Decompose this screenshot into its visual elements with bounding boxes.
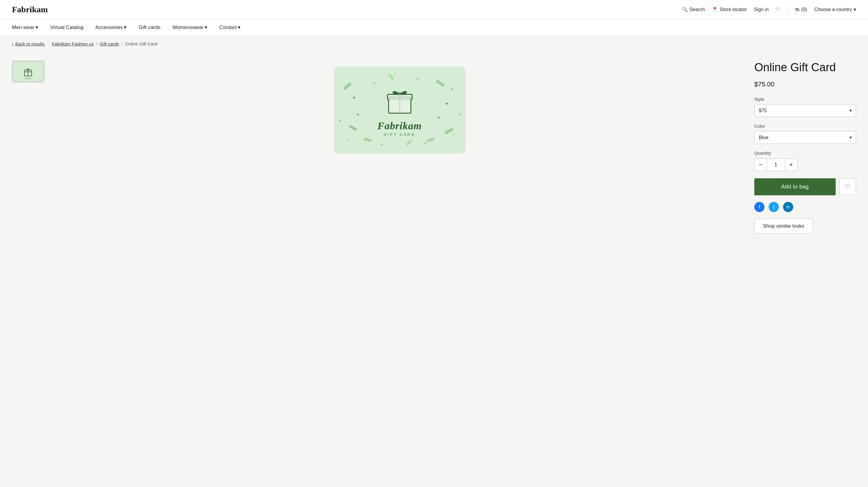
gift-card-sub-label: GIFT CARD — [384, 132, 415, 137]
product-price: $75.00 — [754, 80, 856, 88]
bag-icon: 🛍 — [795, 7, 800, 12]
product-details: Online Gift Card $75.00 Style $25 $50 $7… — [754, 61, 856, 476]
svg-text:✦: ✦ — [346, 139, 348, 142]
main-content: Fabrikam ✦ ✦ ✦ ✦ ✦ ✦ — [0, 52, 868, 485]
breadcrumb-separator-2: / — [122, 41, 123, 46]
color-select-wrap: Blue Red Green ▾ — [754, 131, 856, 144]
nav-virtual-catalog-label: Virtual Catalog — [50, 25, 84, 31]
svg-point-23 — [381, 143, 383, 145]
sign-in-button[interactable]: Sign in — [754, 7, 769, 12]
search-icon: 🔍 — [682, 7, 688, 12]
quantity-label: Quantity — [754, 151, 856, 156]
nav-accessories-label: Accessories — [95, 25, 123, 31]
quantity-increase-button[interactable]: + — [785, 159, 797, 171]
chevron-down-icon: ▾ — [854, 7, 856, 12]
header-right: 🔍 Search 📍 Store locator Sign in ♡ 🛍 (0)… — [682, 5, 856, 14]
quantity-wrap: − 1 + — [754, 159, 802, 171]
wishlist-heart-button[interactable]: ♡ — [776, 7, 780, 12]
bag-count: (0) — [801, 7, 807, 12]
social-share-row: f t in — [754, 202, 856, 212]
svg-rect-7 — [435, 79, 444, 87]
svg-rect-5 — [343, 82, 351, 90]
choose-country-label: Choose a country — [814, 7, 852, 12]
thumbnail-panel: Fabrikam — [12, 61, 45, 476]
nav-contact-label: Contact — [219, 25, 237, 31]
svg-point-26 — [339, 120, 341, 122]
svg-text:✦: ✦ — [424, 141, 427, 145]
nav-womenswear-label: Womenswear — [172, 25, 204, 31]
gift-icon — [383, 84, 416, 117]
nav-item-contact[interactable]: Contact ▾ — [219, 24, 241, 31]
svg-rect-11 — [388, 73, 394, 80]
gift-card-brand-name: Fabrikam — [378, 120, 422, 132]
nav-item-gift-cards[interactable]: Gift cards — [138, 25, 160, 31]
linkedin-share-button[interactable]: in — [783, 202, 793, 212]
nav-item-menwear[interactable]: Men wear ▾ — [12, 24, 38, 31]
svg-text:✦: ✦ — [373, 82, 376, 86]
heart-icon: ♡ — [845, 183, 850, 191]
style-select-wrap: $25 $50 $75 $100 ▾ — [754, 104, 856, 117]
svg-text:✦: ✦ — [352, 95, 356, 101]
heart-icon: ♡ — [776, 7, 780, 12]
svg-point-24 — [417, 78, 418, 79]
breadcrumb-site-link[interactable]: Fabrikam Fashion us — [52, 41, 94, 46]
back-to-results-label: Back to results — [15, 41, 44, 46]
svg-point-21 — [356, 113, 359, 116]
facebook-icon: f — [759, 204, 760, 210]
sign-in-label: Sign in — [754, 7, 769, 12]
nav-menwear-label: Men wear — [12, 25, 34, 31]
brand-logo[interactable]: Fabrikam — [12, 5, 48, 14]
add-to-wishlist-button[interactable]: ♡ — [839, 178, 856, 195]
twitter-icon: t — [773, 204, 774, 210]
chevron-down-icon: ▾ — [205, 24, 207, 31]
nav-item-womenswear[interactable]: Womenswear ▾ — [172, 24, 207, 31]
svg-rect-8 — [444, 127, 454, 135]
breadcrumb: ‹ Back to results Fabrikam Fashion us / … — [0, 36, 868, 52]
svg-rect-10 — [426, 137, 435, 142]
header-divider — [787, 5, 787, 14]
nav-item-virtual-catalog[interactable]: Virtual Catalog — [50, 25, 84, 31]
svg-rect-32 — [389, 98, 410, 113]
facebook-share-button[interactable]: f — [754, 202, 765, 212]
color-select[interactable]: Blue Red Green — [754, 131, 856, 144]
store-locator-button[interactable]: 📍 Store locator — [712, 7, 747, 12]
svg-text:✦: ✦ — [394, 73, 396, 76]
svg-point-22 — [437, 117, 440, 119]
shop-similar-button[interactable]: Shop similar looks — [754, 219, 813, 234]
back-to-results-link[interactable]: ‹ Back to results — [12, 41, 44, 46]
svg-text:✦: ✦ — [451, 87, 454, 92]
svg-text:✦: ✦ — [452, 133, 455, 136]
breadcrumb-category-link[interactable]: Gift cards — [100, 41, 119, 46]
header: Fabrikam 🔍 Search 📍 Store locator Sign i… — [0, 0, 868, 19]
chevron-down-icon: ▾ — [36, 24, 38, 31]
svg-text:✦: ✦ — [445, 101, 449, 107]
svg-rect-33 — [388, 95, 412, 99]
product-thumbnail[interactable]: Fabrikam — [12, 61, 44, 82]
style-select[interactable]: $25 $50 $75 $100 — [754, 104, 856, 117]
twitter-share-button[interactable]: t — [769, 202, 779, 212]
bag-button[interactable]: 🛍 (0) — [795, 7, 807, 12]
svg-text:Fabrikam: Fabrikam — [25, 77, 32, 79]
action-row: Add to bag ♡ — [754, 178, 856, 195]
main-nav: Men wear ▾ Virtual Catalog Accessories ▾… — [0, 19, 868, 36]
nav-item-accessories[interactable]: Accessories ▾ — [95, 24, 127, 31]
quantity-decrease-button[interactable]: − — [754, 159, 767, 171]
linkedin-icon: in — [786, 204, 790, 210]
svg-rect-12 — [406, 139, 412, 146]
color-label: Color — [754, 124, 856, 129]
add-to-bag-button[interactable]: Add to bag — [754, 178, 836, 195]
svg-rect-6 — [348, 125, 357, 131]
choose-country-button[interactable]: Choose a country ▾ — [814, 7, 856, 12]
style-label: Style — [754, 97, 856, 102]
search-button[interactable]: 🔍 Search — [682, 7, 705, 12]
product-title: Online Gift Card — [754, 61, 856, 74]
breadcrumb-current: Online Gift Card — [125, 41, 157, 46]
location-icon: 📍 — [712, 7, 718, 12]
chevron-left-icon: ‹ — [12, 41, 13, 46]
product-image: ✦ ✦ ✦ ✦ ✦ ✦ ✦ ✦ — [334, 67, 466, 154]
product-image-wrap: ✦ ✦ ✦ ✦ ✦ ✦ ✦ ✦ — [57, 61, 742, 476]
breadcrumb-separator-1: / — [96, 41, 97, 46]
chevron-down-icon: ▾ — [238, 24, 241, 31]
nav-gift-cards-label: Gift cards — [138, 25, 160, 31]
chevron-down-icon: ▾ — [124, 24, 127, 31]
